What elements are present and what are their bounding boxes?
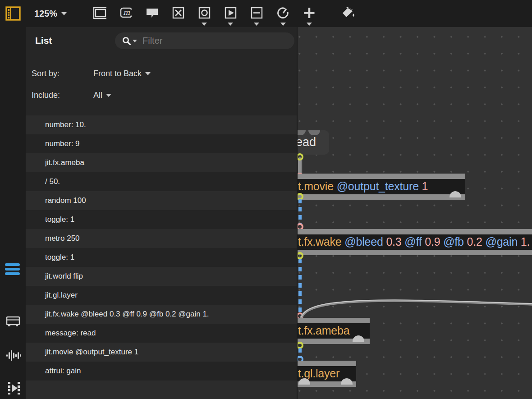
filter-input[interactable] (142, 35, 294, 46)
box-top-bar (297, 174, 465, 179)
list-sidebar-toggle[interactable] (5, 263, 21, 280)
chevron-down-icon (280, 23, 286, 26)
add-object-button[interactable] (301, 4, 318, 27)
plus-icon (301, 4, 318, 21)
format-palette-button[interactable] (339, 4, 357, 27)
audio-meter-icon (5, 347, 21, 363)
list-item[interactable]: jit.fx.wake @bleed 0.3 @ff 0.9 @fb 0.2 @… (26, 305, 297, 324)
toggle-icon (170, 4, 187, 21)
chevron-down-icon (228, 23, 233, 26)
hamburger-icon (5, 263, 20, 266)
number-box-button[interactable] (248, 4, 265, 27)
list-item[interactable]: jit.world flip (26, 267, 297, 286)
inlet-nub (297, 130, 306, 135)
console-icon (5, 313, 21, 329)
toggle-button[interactable] (170, 4, 187, 27)
zoom-level-control[interactable]: 125% (34, 0, 67, 27)
patch-cord-dashed[interactable] (298, 259, 302, 313)
left-sidebar-rail (0, 27, 26, 399)
list-item-empty (26, 381, 297, 399)
chevron-down-icon (61, 12, 67, 15)
object-box-jit-fx-ameba[interactable]: jit.fx.ameba (297, 318, 370, 344)
message-box-icon: m (117, 4, 134, 21)
chevron-down-icon (145, 72, 151, 75)
include-label: Include: (32, 91, 60, 100)
patch-cord-dashed[interactable] (298, 199, 302, 225)
comment-icon (143, 4, 161, 21)
list-item[interactable]: toggle: 1 (26, 248, 297, 267)
list-item[interactable]: jit.gl.layer (26, 286, 297, 305)
object-list: number: 10.number: 9jit.fx.ameba/ 50.ran… (26, 115, 297, 399)
include-dropdown[interactable]: All (93, 91, 111, 100)
box-top-bar (297, 229, 532, 234)
filmstrip-patcher-icon (5, 5, 21, 22)
list-item[interactable]: number: 9 (26, 134, 297, 153)
dial-button[interactable] (275, 4, 292, 27)
object-box-icon (91, 4, 108, 21)
list-item[interactable]: toggle: 1 (26, 210, 297, 229)
list-item[interactable]: message: read (26, 324, 297, 343)
audio-status-toggle[interactable] (5, 347, 21, 363)
chevron-down-icon (307, 23, 312, 26)
include-row: Include: All (32, 91, 60, 100)
dial-icon (275, 4, 292, 21)
box-top-bar (297, 318, 370, 323)
video-playback-toggle[interactable] (5, 380, 21, 396)
sort-by-dropdown[interactable]: Front to Back (93, 69, 151, 78)
bang-button[interactable] (196, 4, 213, 27)
list-item[interactable]: metro 250 (26, 229, 297, 248)
console-toggle[interactable] (5, 313, 21, 329)
svg-text:m: m (123, 8, 130, 17)
object-box-jit-fx-wake[interactable]: jit.fx.wake @bleed 0.3 @ff 0.9 @fb 0.2 @… (297, 229, 532, 255)
outlet-ring (297, 252, 303, 259)
playbar-button[interactable] (222, 4, 239, 27)
box-bottom-bar (297, 381, 356, 387)
list-item[interactable]: random 100 (26, 191, 297, 210)
search-icon (122, 36, 132, 46)
inlet-nub (308, 130, 320, 135)
filmstrip-play-icon (5, 380, 21, 396)
list-item[interactable]: number: 10. (26, 115, 297, 134)
box-top-bar (297, 361, 356, 366)
message-box-button[interactable]: m (117, 4, 134, 27)
box-text: jit.fx.wake @bleed 0.3 @ff 0.9 @fb 0.2 @… (297, 234, 532, 250)
list-item[interactable]: / 50. (26, 172, 297, 191)
number-box-icon (248, 4, 265, 21)
sidebar-title: List (35, 35, 52, 46)
chevron-down-icon (254, 23, 259, 26)
max-patcher-window: 125% m (0, 0, 532, 399)
sort-by-row: Sort by: Front to Back (32, 69, 60, 78)
list-sidebar-panel: List Sort by: Front to Back Include: All… (26, 27, 297, 399)
chevron-down-icon (106, 94, 111, 97)
button-icon (196, 4, 213, 21)
filter-search-box[interactable] (115, 32, 294, 49)
list-item[interactable]: jit.movie @output_texture 1 (26, 343, 297, 362)
box-bottom-bar (297, 339, 370, 344)
top-toolbar: 125% m (0, 0, 532, 27)
list-item[interactable]: attrui: gain (26, 362, 297, 381)
object-box-button[interactable] (91, 4, 108, 27)
paint-bucket-icon (339, 4, 357, 21)
search-options-chevron-icon (133, 40, 137, 42)
object-box-jit-movie[interactable]: jit.movie @output_texture 1 (297, 174, 465, 200)
message-box-read[interactable]: read (297, 130, 329, 155)
box-bottom-bar (297, 250, 532, 255)
box-bottom-bar (297, 194, 465, 200)
comment-button[interactable] (143, 4, 161, 27)
object-box-jit-gl-layer[interactable]: jit.gl.layer (297, 361, 356, 387)
chevron-down-icon (202, 23, 207, 26)
playbar-icon (222, 4, 239, 21)
list-item[interactable]: jit.fx.ameba (26, 153, 297, 172)
sort-by-label: Sort by: (32, 69, 60, 78)
box-text: jit.movie @output_texture 1 (297, 179, 465, 194)
patcher-window-icon[interactable] (5, 5, 21, 22)
patcher-canvas[interactable]: read jit.movie @output_texture 1 jit.fx.… (297, 27, 532, 399)
zoom-level-value: 125% (34, 9, 57, 19)
